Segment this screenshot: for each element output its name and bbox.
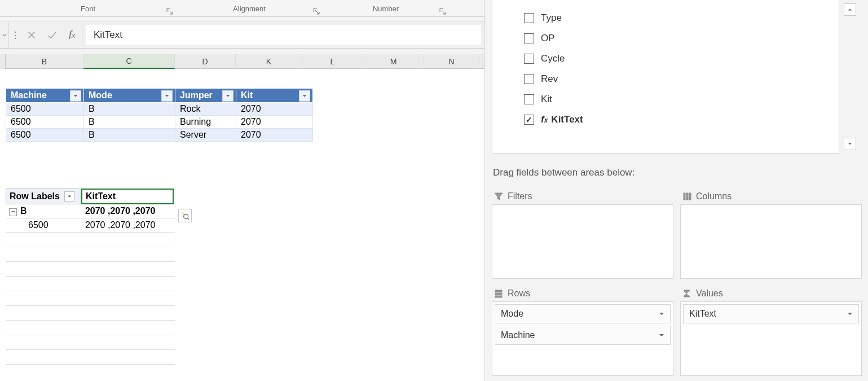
- table-row[interactable]: 6500BRock2070: [6, 103, 313, 116]
- pivot-empty-row[interactable]: [6, 233, 175, 247]
- column-header-M[interactable]: M: [363, 54, 424, 69]
- pivot-empty-row[interactable]: [6, 321, 175, 335]
- pivot-header-label: Row Labels: [10, 191, 60, 202]
- pivot-empty-row[interactable]: [6, 247, 175, 262]
- area-body-filters[interactable]: [492, 204, 673, 279]
- formula-input[interactable]: KitText: [86, 25, 481, 45]
- column-header-C[interactable]: C: [83, 54, 175, 69]
- ribbon-group-number: Number: [323, 0, 449, 17]
- chip-dropdown-icon[interactable]: [847, 309, 853, 319]
- checkbox[interactable]: [524, 33, 534, 43]
- filter-dropdown-icon[interactable]: [222, 90, 233, 102]
- pivot-fields-pane: TypeOPCycleRevKitfxKitText (function(){ …: [484, 0, 868, 381]
- ribbon-group-alignment: Alignment: [176, 0, 323, 17]
- pivot-empty-row[interactable]: [6, 262, 175, 277]
- field-item-kittext[interactable]: fxKitText: [524, 110, 813, 130]
- pivot-empty-row[interactable]: [6, 335, 175, 350]
- scroll-track[interactable]: [844, 16, 856, 138]
- table-cell[interactable]: 2070: [236, 103, 313, 116]
- ribbon-group-label: Number: [373, 5, 399, 13]
- area-chip-mode[interactable]: Mode: [495, 304, 671, 323]
- columns-icon: [682, 192, 691, 201]
- checkbox[interactable]: [524, 115, 534, 125]
- filter-dropdown-icon[interactable]: [64, 191, 74, 202]
- table-row[interactable]: 6500BBurning2070: [6, 116, 313, 129]
- pivot-empty-row[interactable]: [6, 306, 175, 321]
- area-title: Filters: [508, 191, 532, 202]
- chip-dropdown-icon[interactable]: [659, 309, 664, 319]
- checkbox[interactable]: [524, 74, 534, 84]
- filter-dropdown-icon[interactable]: [299, 90, 310, 102]
- dialog-launcher-icon[interactable]: [166, 7, 174, 15]
- table-header-mode: Mode: [84, 89, 175, 103]
- column-header-N[interactable]: N: [424, 54, 479, 69]
- field-item-kit[interactable]: Kit: [524, 89, 813, 110]
- dialog-launcher-icon[interactable]: [312, 7, 320, 15]
- table-header-label: Mode: [89, 90, 112, 100]
- column-header-D[interactable]: D: [175, 54, 236, 69]
- column-header-L[interactable]: L: [302, 54, 363, 69]
- pivot-row-value[interactable]: 2070 ,2070 ,2070: [82, 218, 175, 233]
- area-body-rows[interactable]: ModeMachine: [492, 301, 673, 376]
- table-cell[interactable]: B: [84, 116, 175, 129]
- ribbon-group-font: Font: [0, 0, 176, 17]
- table-header-label: Machine: [11, 90, 47, 100]
- worksheet-area[interactable]: MachineModeJumperKit 6500BRock20706500BB…: [0, 69, 484, 381]
- checkbox[interactable]: [524, 54, 534, 64]
- chip-label: Machine: [501, 330, 535, 340]
- table-header-label: Kit: [241, 90, 253, 100]
- table-cell[interactable]: B: [84, 103, 175, 116]
- pivot-empty-row[interactable]: [6, 291, 175, 306]
- area-chip-machine[interactable]: Machine: [495, 326, 671, 345]
- table-cell[interactable]: 2070: [236, 116, 313, 129]
- pivot-row-value[interactable]: 2070 ,2070 ,2070: [82, 204, 175, 218]
- filter-dropdown-icon[interactable]: [70, 90, 81, 102]
- dialog-launcher-icon[interactable]: [439, 7, 447, 15]
- table-cell[interactable]: 2070: [236, 129, 313, 142]
- pivot-values-header-selected[interactable]: KitText: [81, 189, 174, 204]
- table-cell[interactable]: Server: [175, 129, 236, 142]
- table-cell[interactable]: 6500: [6, 103, 84, 116]
- table-cell[interactable]: 6500: [6, 129, 84, 142]
- cancel-formula-button[interactable]: [21, 21, 42, 49]
- area-body-values[interactable]: KitText: [680, 301, 862, 376]
- table-row[interactable]: 6500BServer2070: [6, 129, 313, 142]
- svg-line-1: [187, 218, 189, 220]
- pivot-row[interactable]: −B2070 ,2070 ,2070: [6, 204, 175, 218]
- filter-dropdown-icon[interactable]: [161, 90, 173, 102]
- table-header-label: Jumper: [180, 90, 213, 100]
- area-header-values: Values: [680, 286, 862, 301]
- collapse-icon[interactable]: −: [9, 208, 17, 216]
- pivot-row-label: 6500: [28, 220, 49, 230]
- pivot-row[interactable]: 65002070 ,2070 ,2070: [6, 218, 175, 233]
- table-cell[interactable]: B: [84, 129, 175, 142]
- enter-formula-button[interactable]: [42, 21, 62, 49]
- scroll-up-icon[interactable]: [844, 3, 856, 16]
- column-header-K[interactable]: K: [236, 54, 302, 69]
- area-body-columns[interactable]: [680, 204, 862, 279]
- field-item-type[interactable]: Type: [524, 8, 813, 28]
- area-title: Rows: [508, 288, 530, 299]
- pivot-empty-row[interactable]: [6, 277, 175, 291]
- column-header-B[interactable]: B: [6, 54, 83, 69]
- table-cell[interactable]: Rock: [175, 103, 236, 116]
- name-box-dropdown-icon[interactable]: [0, 21, 9, 49]
- field-item-cycle[interactable]: Cycle: [524, 49, 813, 69]
- table-cell[interactable]: 6500: [6, 116, 84, 129]
- field-item-op[interactable]: OP: [524, 28, 813, 49]
- table-cell[interactable]: Burning: [175, 116, 236, 129]
- select-all-corner[interactable]: [0, 54, 6, 69]
- scroll-down-icon[interactable]: [844, 138, 856, 150]
- ribbon-group-label: Alignment: [233, 5, 266, 13]
- area-chip-kittext[interactable]: KitText: [683, 304, 859, 323]
- pivot-empty-row[interactable]: [6, 350, 175, 365]
- quick-explore-icon[interactable]: [178, 209, 192, 222]
- chip-dropdown-icon[interactable]: [659, 330, 664, 340]
- checkbox[interactable]: [524, 13, 534, 23]
- field-item-rev[interactable]: Rev: [524, 69, 813, 89]
- area-filters: Filters: [492, 189, 673, 279]
- checkbox[interactable]: [524, 94, 534, 104]
- field-label: Type: [541, 12, 562, 24]
- insert-function-button[interactable]: fx: [62, 21, 82, 49]
- field-list-scrollbar[interactable]: [844, 3, 856, 150]
